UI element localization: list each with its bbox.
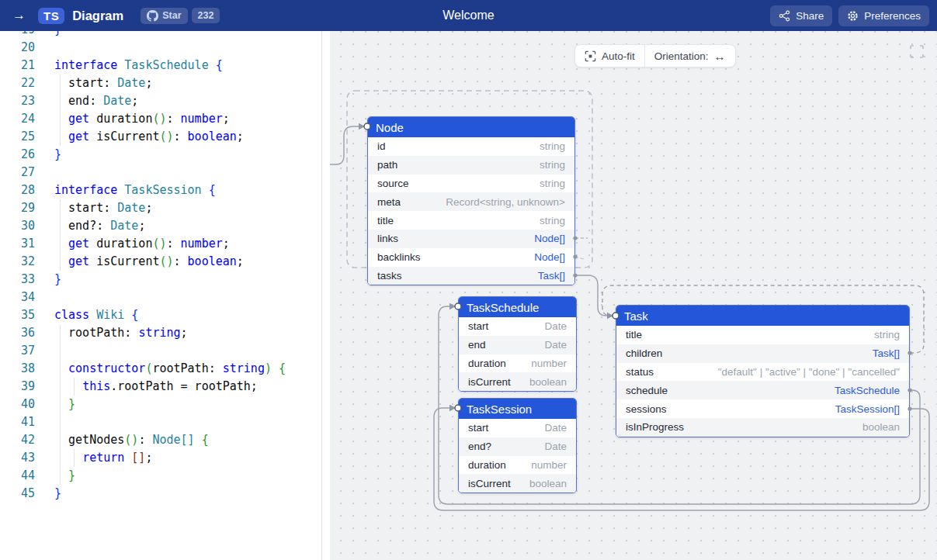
code-token: } [54, 272, 61, 286]
code-line: 41 [0, 413, 321, 431]
attribute-type-link[interactable]: Node[] [534, 251, 565, 263]
code-token: TaskSchedule [124, 58, 208, 72]
arrowhead-tasksession [449, 405, 456, 411]
code-token [117, 183, 124, 197]
preferences-button[interactable]: Preferences [838, 5, 929, 26]
line-number: 29 [0, 199, 35, 217]
share-button[interactable]: Share [770, 5, 832, 26]
code-token: return [82, 451, 124, 465]
line-number: 20 [0, 39, 35, 57]
indent-guide [60, 74, 61, 92]
attribute-name: source [377, 178, 409, 189]
code-token: rootPath: [54, 326, 138, 340]
entity-row: sessionsTaskSession[] [616, 399, 909, 418]
attribute-type: Record<string, unknown> [446, 196, 565, 208]
attribute-name: isCurrent [468, 478, 511, 489]
attribute-name: path [377, 159, 397, 171]
indent-guide [60, 378, 61, 396]
diagram-canvas[interactable]: NodeidstringpathstringsourcestringmetaRe… [330, 31, 937, 560]
code-token: Node[] [152, 433, 194, 447]
diagram-edges [330, 31, 937, 560]
attribute-type-link[interactable]: TaskSession[] [835, 403, 900, 415]
auto-fit-button[interactable]: Auto-fit [575, 45, 644, 67]
attribute-name: end [468, 339, 486, 351]
code-line: 29 start: Date; [0, 199, 321, 217]
code-token: number [181, 112, 223, 126]
indent-guide [60, 92, 61, 110]
code-token [54, 130, 68, 143]
code-token: Date [117, 76, 145, 90]
github-star-label: Star [162, 10, 181, 21]
code-token: : [167, 112, 181, 126]
code-token: string [138, 326, 180, 340]
code-line: 32 get isCurrent(): boolean; [0, 253, 321, 271]
code-token: start: [54, 201, 117, 215]
code-editor-panel[interactable]: 19}2021interface TaskSchedule {22 start:… [0, 31, 322, 560]
entity-task[interactable]: TasktitlestringchildrenTask[]status"defa… [616, 305, 910, 437]
app-name: Diagram [72, 9, 123, 23]
code-token: get [68, 237, 89, 251]
entity-row: metaRecord<string, unknown> [368, 192, 574, 211]
entity-tasksession[interactable]: TaskSessionstartDateend?Datedurationnumb… [458, 398, 577, 493]
github-star-widget[interactable]: Star 232 [141, 8, 220, 24]
entity-node[interactable]: NodeidstringpathstringsourcestringmetaRe… [367, 116, 575, 285]
code-line: 25 get isCurrent(): boolean; [0, 128, 321, 146]
entity-taskschedule[interactable]: TaskSchedulestartDateendDatedurationnumb… [458, 296, 577, 392]
code-token: class [54, 308, 89, 322]
entity-row: isCurrentboolean [459, 474, 576, 493]
code-token: this [82, 379, 110, 393]
attribute-name: isInProgress [626, 421, 684, 433]
attribute-name: start [468, 422, 488, 434]
attribute-name: schedule [626, 385, 668, 396]
gear-icon [847, 10, 859, 22]
line-number: 30 [0, 217, 35, 235]
attribute-type: boolean [862, 421, 900, 433]
entity-row: durationnumber [459, 456, 576, 475]
code-token [124, 308, 131, 322]
code-token: { [202, 433, 209, 447]
line-number: 27 [0, 164, 35, 181]
attribute-name: status [626, 366, 654, 378]
attribute-type-link[interactable]: Node[] [534, 233, 565, 244]
attribute-name: isCurrent [468, 376, 511, 388]
code-line: 40 } [0, 396, 321, 413]
attribute-name: tasks [377, 270, 402, 282]
attribute-type-link[interactable]: Task[] [538, 270, 565, 282]
github-star-button[interactable]: Star [141, 8, 187, 24]
attribute-type-link[interactable]: Task[] [873, 347, 900, 359]
code-token: () [124, 433, 138, 447]
attribute-type: string [540, 215, 565, 226]
code-line: 37 [0, 342, 321, 360]
line-number: 37 [0, 342, 35, 360]
entity-row: titlestring [616, 326, 909, 344]
attribute-name: backlinks [377, 251, 421, 263]
entity-row: pathstring [368, 156, 574, 175]
entity-row: end?Date [459, 437, 576, 456]
code-token: ) [265, 361, 272, 375]
code-token: duration [89, 112, 152, 126]
code-line: 28interface TaskSession { [0, 181, 321, 199]
share-label: Share [796, 10, 824, 22]
attribute-type: Date [544, 422, 567, 434]
code-line: 20 [0, 39, 321, 57]
code-token: isCurrent [89, 130, 159, 143]
indent-guide [60, 217, 61, 235]
fullscreen-icon[interactable] [910, 45, 924, 58]
code-token: Date [103, 94, 131, 108]
code-line: 38 constructor(rootPath: string) { [0, 360, 321, 378]
panel-splitter[interactable] [322, 31, 330, 560]
edge-node-tasks-task [575, 275, 607, 316]
code-token: { [209, 183, 216, 197]
line-number: 35 [0, 306, 35, 324]
code-line: 26} [0, 146, 321, 164]
attribute-type: Date [544, 320, 567, 332]
attribute-name: sessions [626, 403, 667, 415]
back-arrow-icon[interactable]: → [8, 6, 30, 25]
entity-row: scheduleTaskSchedule [616, 381, 909, 399]
github-star-count[interactable]: 232 [192, 8, 220, 23]
orientation-button[interactable]: Orientation: ↔ [645, 45, 735, 67]
attribute-type-link[interactable]: TaskSchedule [835, 385, 900, 396]
code-lines: 19}2021interface TaskSchedule {22 start:… [0, 31, 321, 503]
entity-row: titlestring [368, 211, 574, 230]
attribute-type: string [540, 140, 565, 152]
